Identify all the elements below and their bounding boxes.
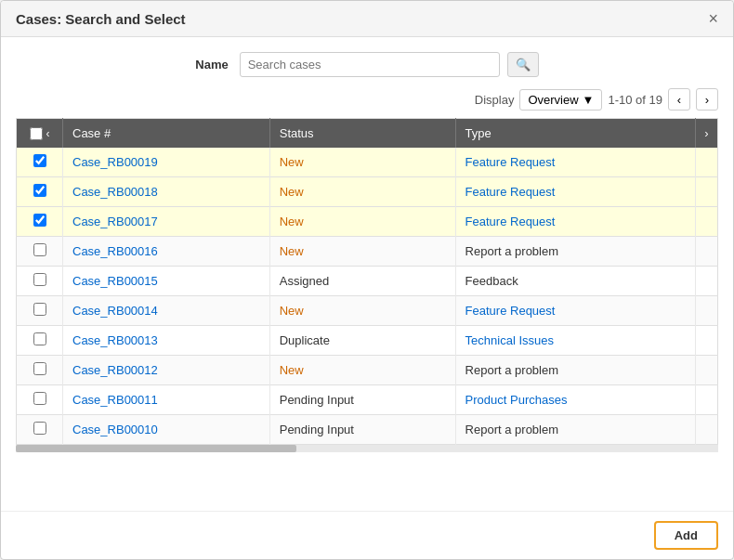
modal-container: Cases: Search and Select × Name 🔍 Displa… <box>0 0 734 560</box>
row-arrow <box>696 177 718 207</box>
row-case-id: Case_RB00011 <box>63 385 270 415</box>
row-arrow <box>696 296 718 326</box>
case-link[interactable]: Case_RB00018 <box>72 185 158 199</box>
row-checkbox[interactable] <box>33 184 46 197</box>
case-link[interactable]: Case_RB00019 <box>72 155 158 169</box>
table-row: Case_RB00011 Pending Input Product Purch… <box>17 385 718 415</box>
row-type: Feedback <box>455 267 695 296</box>
row-checkbox[interactable] <box>33 422 46 435</box>
row-type: Technical Issues <box>455 326 695 356</box>
case-link[interactable]: Case_RB00011 <box>72 393 158 407</box>
row-status: New <box>269 296 455 326</box>
table-body: Case_RB00019 New Feature Request Case_RB… <box>17 148 718 445</box>
search-icon: 🔍 <box>516 58 531 72</box>
next-page-button[interactable]: › <box>696 88 718 111</box>
table-row: Case_RB00017 New Feature Request <box>17 207 718 237</box>
row-checkbox-cell <box>17 148 63 177</box>
scrollbar-thumb[interactable] <box>16 445 296 452</box>
row-arrow <box>696 207 718 237</box>
row-checkbox[interactable] <box>33 243 46 256</box>
row-checkbox[interactable] <box>33 214 46 227</box>
row-checkbox-cell <box>17 385 63 415</box>
row-case-id: Case_RB00019 <box>63 148 270 177</box>
overview-button[interactable]: Overview ▼ <box>519 89 602 111</box>
th-arrow: › <box>696 119 718 149</box>
th-type: Type <box>455 119 695 149</box>
row-case-id: Case_RB00013 <box>63 326 270 356</box>
row-status: New <box>269 148 455 177</box>
row-checkbox[interactable] <box>33 303 46 316</box>
row-checkbox[interactable] <box>33 273 46 286</box>
row-type: Feature Request <box>455 177 695 207</box>
row-checkbox-cell <box>17 177 63 207</box>
th-case: Case # <box>63 119 270 149</box>
horizontal-scrollbar[interactable] <box>16 445 718 452</box>
dropdown-icon: ▼ <box>583 93 595 107</box>
row-case-id: Case_RB00015 <box>63 267 270 296</box>
row-type: Report a problem <box>455 356 695 385</box>
search-button[interactable]: 🔍 <box>507 52 539 77</box>
row-status: Duplicate <box>269 326 455 356</box>
row-arrow <box>696 148 718 177</box>
row-arrow <box>696 356 718 385</box>
row-type: Feature Request <box>455 207 695 237</box>
case-link[interactable]: Case_RB00012 <box>72 363 158 377</box>
table-row: Case_RB00012 New Report a problem <box>17 356 718 385</box>
search-label: Name <box>195 58 228 72</box>
table-row: Case_RB00013 Duplicate Technical Issues <box>17 326 718 356</box>
row-case-id: Case_RB00012 <box>63 356 270 385</box>
case-link[interactable]: Case_RB00010 <box>72 423 158 436</box>
row-case-id: Case_RB00010 <box>63 415 270 445</box>
display-label: Display <box>475 93 515 107</box>
prev-icon: ‹ <box>677 93 681 107</box>
select-all-checkbox[interactable] <box>30 127 43 140</box>
table-row: Case_RB00010 Pending Input Report a prob… <box>17 415 718 445</box>
row-arrow <box>696 326 718 356</box>
table-row: Case_RB00016 New Report a problem <box>17 237 718 267</box>
row-arrow <box>696 415 718 445</box>
row-case-id: Case_RB00017 <box>63 207 270 237</box>
add-button[interactable]: Add <box>654 521 718 550</box>
row-checkbox[interactable] <box>33 392 46 405</box>
row-type: Product Purchases <box>455 385 695 415</box>
th-checkbox: ‹ <box>17 119 63 149</box>
case-link[interactable]: Case_RB00016 <box>72 244 158 258</box>
row-checkbox[interactable] <box>33 332 46 345</box>
row-checkbox-cell <box>17 326 63 356</box>
search-row: Name 🔍 <box>16 52 718 77</box>
case-link[interactable]: Case_RB00017 <box>72 215 158 228</box>
row-status: New <box>269 207 455 237</box>
case-link[interactable]: Case_RB00014 <box>72 304 158 318</box>
case-link[interactable]: Case_RB00013 <box>72 333 158 347</box>
row-status: Assigned <box>269 267 455 296</box>
th-status: Status <box>269 119 455 149</box>
row-checkbox-cell <box>17 237 63 267</box>
search-input[interactable] <box>240 52 500 77</box>
row-checkbox[interactable] <box>33 362 46 375</box>
row-case-id: Case_RB00016 <box>63 237 270 267</box>
overview-label: Overview <box>528 93 578 107</box>
row-checkbox-cell <box>17 267 63 296</box>
modal-title: Cases: Search and Select <box>16 11 186 27</box>
row-checkbox-cell <box>17 356 63 385</box>
row-type: Report a problem <box>455 415 695 445</box>
row-case-id: Case_RB00018 <box>63 177 270 207</box>
row-case-id: Case_RB00014 <box>63 296 270 326</box>
row-checkbox-cell <box>17 296 63 326</box>
modal-body: Name 🔍 Display Overview ▼ 1-10 of 19 ‹ › <box>1 37 733 511</box>
case-link[interactable]: Case_RB00015 <box>72 274 158 288</box>
row-status: New <box>269 177 455 207</box>
page-info: 1-10 of 19 <box>608 93 662 107</box>
modal-header: Cases: Search and Select × <box>1 1 733 37</box>
row-checkbox[interactable] <box>33 154 46 167</box>
row-arrow <box>696 267 718 296</box>
row-checkbox-cell <box>17 415 63 445</box>
close-button[interactable]: × <box>708 10 718 27</box>
prev-page-button[interactable]: ‹ <box>668 88 690 111</box>
table-row: Case_RB00019 New Feature Request <box>17 148 718 177</box>
row-arrow <box>696 237 718 267</box>
row-type: Report a problem <box>455 237 695 267</box>
cases-table: ‹ Case # Status Type › Case_R <box>16 118 718 445</box>
row-type: Feature Request <box>455 296 695 326</box>
row-status: Pending Input <box>269 415 455 445</box>
